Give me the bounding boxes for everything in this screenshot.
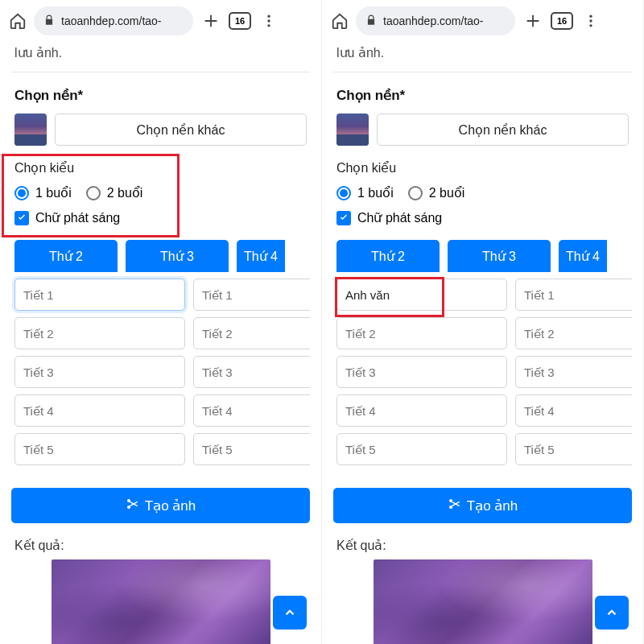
scroll-to-top-button[interactable] <box>595 596 629 630</box>
svg-point-6 <box>589 19 592 22</box>
period-input[interactable] <box>336 317 507 349</box>
scissors-icon <box>126 497 138 514</box>
day-tab-tue[interactable]: Thứ 3 <box>448 240 551 272</box>
radio-label: 1 buổi <box>357 185 394 200</box>
choose-background-button[interactable]: Chọn nền khác <box>55 114 307 146</box>
period-input[interactable] <box>336 356 507 388</box>
svg-point-5 <box>589 15 592 18</box>
home-icon[interactable] <box>328 10 351 32</box>
period-input[interactable] <box>515 433 632 465</box>
period-input[interactable] <box>193 356 310 388</box>
day-header-row: Thứ 2 Thứ 3 Thứ 4 <box>10 240 310 272</box>
scissors-icon <box>448 497 460 514</box>
background-row: Chọn nền khác <box>333 114 632 146</box>
period-input[interactable] <box>14 433 185 465</box>
period-input[interactable] <box>515 356 632 388</box>
timetable: Thứ 2 Thứ 3 Thứ 4 <box>8 240 310 472</box>
screenshot-right: taoanhdep.com/tao- 16 lưu ảnh. Chọn nền*… <box>322 0 644 644</box>
day-tab-wed[interactable]: Thứ 4 <box>559 240 607 272</box>
checkbox-icon <box>14 211 29 225</box>
tab-count[interactable]: 16 <box>229 12 251 30</box>
scroll-to-top-button[interactable] <box>273 596 307 630</box>
period-input[interactable] <box>336 433 507 465</box>
svg-point-0 <box>267 15 270 18</box>
radio-2-session[interactable]: 2 buổi <box>408 185 465 200</box>
period-input[interactable] <box>193 317 310 349</box>
style-section: Chọn kiểu 1 buổi 2 buổi Chữ phát sáng <box>333 160 632 225</box>
checkbox-label: Chữ phát sáng <box>357 210 442 225</box>
period-input[interactable] <box>14 394 185 427</box>
result-label: Kết quả: <box>14 538 307 553</box>
menu-icon[interactable] <box>578 8 604 34</box>
radio-label: 2 buổi <box>429 185 465 200</box>
period-input[interactable] <box>193 433 310 465</box>
day-tab-tue[interactable]: Thứ 3 <box>126 240 229 272</box>
radio-icon <box>86 186 101 200</box>
background-label: Chọn nền* <box>336 87 629 104</box>
day-header-row: Thứ 2 Thứ 3 Thứ 4 <box>332 240 632 272</box>
radio-2-session[interactable]: 2 buổi <box>86 185 143 200</box>
lock-icon <box>365 14 377 28</box>
radio-label: 1 buổi <box>35 185 72 200</box>
url-text: taoanhdep.com/tao- <box>383 14 484 27</box>
checkbox-icon <box>336 211 351 225</box>
url-bar[interactable]: taoanhdep.com/tao- <box>356 6 515 35</box>
style-label: Chọn kiểu <box>14 160 307 175</box>
create-button-label: Tạo ảnh <box>145 497 196 514</box>
timetable: Thứ 2 Thứ 3 Thứ 4 <box>330 240 632 472</box>
period-input[interactable] <box>14 279 185 311</box>
create-image-button[interactable]: Tạo ảnh <box>333 488 632 523</box>
page-content: lưu ảnh. Chọn nền* Chọn nền khác Chọn ki… <box>322 42 643 644</box>
new-tab-icon[interactable] <box>198 8 224 34</box>
day-tab-mon[interactable]: Thứ 2 <box>336 240 440 272</box>
divider <box>11 72 310 72</box>
create-image-button[interactable]: Tạo ảnh <box>11 488 310 523</box>
url-text: taoanhdep.com/tao- <box>61 14 162 27</box>
radio-label: 2 buổi <box>107 185 143 200</box>
period-input[interactable] <box>515 394 632 427</box>
screenshot-left: taoanhdep.com/tao- 16 lưu ảnh. Chọn nền*… <box>0 0 322 644</box>
background-row: Chọn nền khác <box>11 114 310 146</box>
radio-icon <box>14 186 29 200</box>
checkbox-label: Chữ phát sáng <box>35 210 120 225</box>
radio-icon <box>408 186 423 200</box>
truncated-text: lưu ảnh. <box>11 42 310 72</box>
background-thumbnail[interactable] <box>336 114 369 146</box>
period-input[interactable] <box>515 317 632 349</box>
result-image <box>374 559 592 644</box>
day-tab-wed[interactable]: Thứ 4 <box>237 240 285 272</box>
period-input[interactable] <box>515 279 632 311</box>
glow-text-checkbox[interactable]: Chữ phát sáng <box>14 210 307 225</box>
glow-text-checkbox[interactable]: Chữ phát sáng <box>336 210 629 225</box>
svg-point-1 <box>267 19 270 22</box>
menu-icon[interactable] <box>256 8 282 34</box>
period-input[interactable] <box>336 279 507 311</box>
browser-bar: taoanhdep.com/tao- 16 <box>322 0 643 42</box>
svg-point-2 <box>267 24 270 27</box>
url-bar[interactable]: taoanhdep.com/tao- <box>34 6 193 35</box>
radio-icon <box>336 186 351 200</box>
session-radio-group: 1 buổi 2 buổi <box>336 185 629 200</box>
tab-count[interactable]: 16 <box>551 12 573 30</box>
day-tab-mon[interactable]: Thứ 2 <box>14 240 118 272</box>
new-tab-icon[interactable] <box>520 8 546 34</box>
svg-point-7 <box>589 24 592 27</box>
result-image <box>52 559 270 644</box>
home-icon[interactable] <box>6 10 29 32</box>
create-button-label: Tạo ảnh <box>467 497 518 514</box>
choose-background-button[interactable]: Chọn nền khác <box>377 114 629 146</box>
background-label: Chọn nền* <box>14 87 307 104</box>
radio-1-session[interactable]: 1 buổi <box>336 185 394 200</box>
period-input[interactable] <box>193 394 310 427</box>
style-section: Chọn kiểu 1 buổi 2 buổi Chữ phát sáng <box>11 160 310 225</box>
period-input[interactable] <box>193 279 310 311</box>
radio-1-session[interactable]: 1 buổi <box>14 185 72 200</box>
period-input[interactable] <box>14 356 185 388</box>
result-label: Kết quả: <box>336 538 629 553</box>
style-label: Chọn kiểu <box>336 160 629 175</box>
truncated-text: lưu ảnh. <box>333 42 632 72</box>
period-input[interactable] <box>336 394 507 427</box>
period-input[interactable] <box>14 317 185 349</box>
browser-bar: taoanhdep.com/tao- 16 <box>0 0 321 42</box>
background-thumbnail[interactable] <box>14 114 47 146</box>
